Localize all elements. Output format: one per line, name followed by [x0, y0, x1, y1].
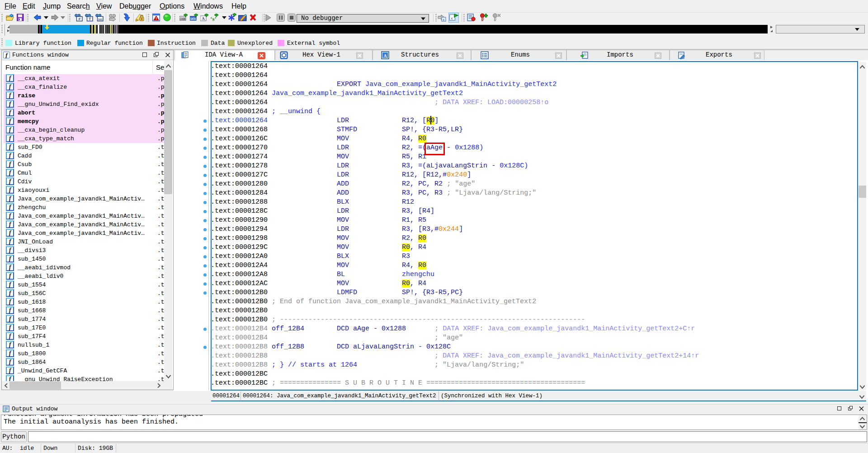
svg-text:101: 101 — [98, 18, 103, 21]
svg-text:A: A — [202, 16, 205, 21]
svg-text:#: # — [78, 17, 80, 21]
svg-text:c: c — [451, 16, 453, 20]
svg-text:c: c — [443, 18, 445, 22]
svg-text:‘s’: ‘s’ — [210, 15, 217, 22]
svg-text:A: A — [383, 53, 387, 58]
svg-text:T: T — [89, 17, 91, 21]
svg-text:CODE: CODE — [180, 17, 185, 20]
svg-text:DATA: DATA — [190, 17, 196, 20]
